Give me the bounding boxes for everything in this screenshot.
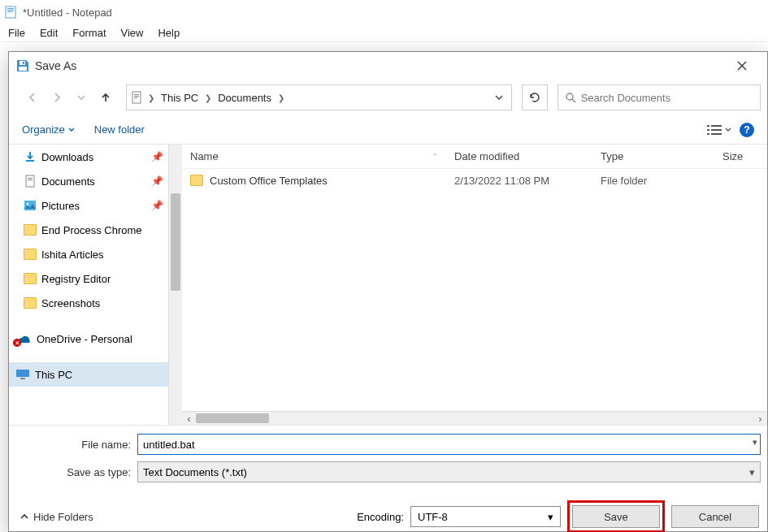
- chevron-right-icon[interactable]: ❯: [278, 93, 284, 102]
- list-item[interactable]: Custom Office Templates 2/13/2022 11:08 …: [182, 169, 767, 192]
- cancel-button[interactable]: Cancel: [671, 505, 759, 528]
- column-name[interactable]: Name ˄: [182, 145, 446, 168]
- svg-rect-5: [23, 62, 24, 64]
- file-list[interactable]: Custom Office Templates 2/13/2022 11:08 …: [182, 169, 767, 411]
- filename-label: File name:: [15, 439, 137, 451]
- search-box[interactable]: [558, 84, 761, 110]
- close-button[interactable]: [723, 52, 761, 80]
- dialog-title: Save As: [35, 59, 76, 72]
- view-button[interactable]: [707, 124, 731, 136]
- chevron-down-icon: [725, 127, 731, 133]
- close-icon: [737, 61, 747, 71]
- horizontal-scrollbar[interactable]: ‹ ›: [182, 411, 767, 425]
- nav-downloads[interactable]: Downloads 📌: [9, 145, 168, 169]
- back-button[interactable]: [22, 87, 43, 108]
- folder-icon: [24, 249, 37, 260]
- nav-this-pc[interactable]: This PC: [9, 362, 168, 387]
- svg-point-23: [27, 203, 29, 205]
- folder-icon: [24, 297, 37, 309]
- svg-rect-3: [7, 11, 12, 12]
- notepad-titlebar: *Untitled - Notepad: [0, 0, 768, 24]
- scroll-right-button[interactable]: ›: [753, 412, 767, 425]
- menu-file[interactable]: File: [2, 25, 32, 41]
- folder-icon: [190, 175, 203, 186]
- nav-folder-screenshots[interactable]: Screenshots: [9, 291, 168, 315]
- nav-folder-ishita[interactable]: Ishita Articles: [9, 242, 168, 266]
- help-button[interactable]: ?: [740, 123, 754, 137]
- chevron-down-icon: ▾: [749, 466, 755, 478]
- document-icon: [24, 175, 37, 188]
- folder-icon: [24, 224, 37, 236]
- filename-dropdown[interactable]: ▾: [753, 437, 757, 448]
- nav-onedrive[interactable]: ✕ OneDrive - Personal: [9, 327, 168, 351]
- menu-edit[interactable]: Edit: [33, 25, 64, 41]
- encoding-combo[interactable]: UTF-8 ▾: [410, 506, 561, 527]
- nav-folder-end-process[interactable]: End Process Chrome: [9, 218, 168, 242]
- pin-icon: 📌: [151, 200, 163, 211]
- nav-scrollbar[interactable]: [168, 145, 182, 425]
- column-type[interactable]: Type: [592, 145, 714, 168]
- filename-input[interactable]: [137, 434, 761, 455]
- menu-view[interactable]: View: [115, 25, 150, 41]
- pictures-icon: [24, 199, 37, 212]
- notepad-menubar: File Edit Format View Help: [0, 24, 768, 42]
- folder-icon: [24, 273, 37, 284]
- scrollbar-track[interactable]: [196, 412, 753, 425]
- svg-rect-12: [707, 125, 709, 127]
- scrollbar-thumb[interactable]: [171, 193, 180, 291]
- scroll-left-button[interactable]: ‹: [182, 412, 196, 425]
- save-icon: [15, 58, 30, 73]
- svg-rect-22: [24, 201, 36, 210]
- this-pc-icon: [15, 369, 30, 380]
- pin-icon: 📌: [151, 151, 163, 162]
- download-icon: [24, 150, 37, 163]
- chevron-right-icon[interactable]: ❯: [205, 93, 211, 102]
- nav-documents[interactable]: Documents 📌: [9, 169, 168, 193]
- command-bar: Organize New folder ?: [9, 115, 767, 145]
- savetype-value: Text Documents (*.txt): [143, 466, 247, 478]
- svg-rect-24: [16, 370, 29, 377]
- up-button[interactable]: [95, 87, 116, 108]
- menu-format[interactable]: Format: [66, 25, 112, 41]
- svg-point-11: [566, 93, 573, 100]
- save-as-dialog: Save As ❯ This PC ❯ Documents ❯: [8, 51, 768, 532]
- new-folder-button[interactable]: New folder: [94, 123, 145, 136]
- svg-rect-15: [711, 129, 722, 131]
- nav-folder-registry[interactable]: Registry Editor: [9, 266, 168, 291]
- svg-rect-16: [707, 133, 709, 135]
- svg-rect-17: [711, 133, 722, 135]
- svg-rect-10: [134, 97, 137, 98]
- svg-rect-19: [26, 175, 34, 187]
- action-row: Hide Folders Encoding: UTF-8 ▾ Save Canc…: [9, 499, 767, 531]
- column-size[interactable]: Size: [714, 145, 767, 168]
- dialog-titlebar[interactable]: Save As: [9, 52, 767, 80]
- column-date[interactable]: Date modified: [446, 145, 592, 168]
- breadcrumb-documents[interactable]: Documents: [215, 92, 275, 104]
- organize-button[interactable]: Organize: [22, 123, 75, 136]
- onedrive-icon: ✕: [15, 333, 32, 344]
- sort-indicator-icon: ˄: [433, 153, 437, 161]
- save-button-highlight: Save: [567, 500, 665, 532]
- nav-pictures[interactable]: Pictures 📌: [9, 193, 168, 218]
- chevron-down-icon: [68, 127, 75, 133]
- address-bar[interactable]: ❯ This PC ❯ Documents ❯: [126, 84, 512, 110]
- svg-rect-18: [26, 160, 34, 162]
- item-name: Custom Office Templates: [210, 175, 328, 187]
- forward-button[interactable]: [46, 87, 67, 108]
- menu-help[interactable]: Help: [151, 25, 186, 41]
- svg-rect-13: [711, 125, 722, 127]
- svg-rect-6: [19, 67, 27, 71]
- file-list-pane: Name ˄ Date modified Type Size Custom Of…: [182, 145, 767, 425]
- search-input[interactable]: [579, 91, 753, 105]
- chevron-right-icon[interactable]: ❯: [148, 93, 154, 102]
- save-button[interactable]: Save: [572, 505, 660, 528]
- recent-dropdown[interactable]: [71, 87, 92, 108]
- breadcrumb-this-pc[interactable]: This PC: [158, 92, 202, 104]
- scrollbar-thumb[interactable]: [196, 413, 269, 423]
- address-dropdown[interactable]: [490, 93, 508, 102]
- refresh-icon: [528, 91, 541, 104]
- document-icon: [130, 90, 145, 105]
- refresh-button[interactable]: [522, 84, 548, 110]
- hide-folders-button[interactable]: Hide Folders: [20, 511, 93, 523]
- savetype-combo[interactable]: Text Documents (*.txt) ▾: [137, 461, 761, 482]
